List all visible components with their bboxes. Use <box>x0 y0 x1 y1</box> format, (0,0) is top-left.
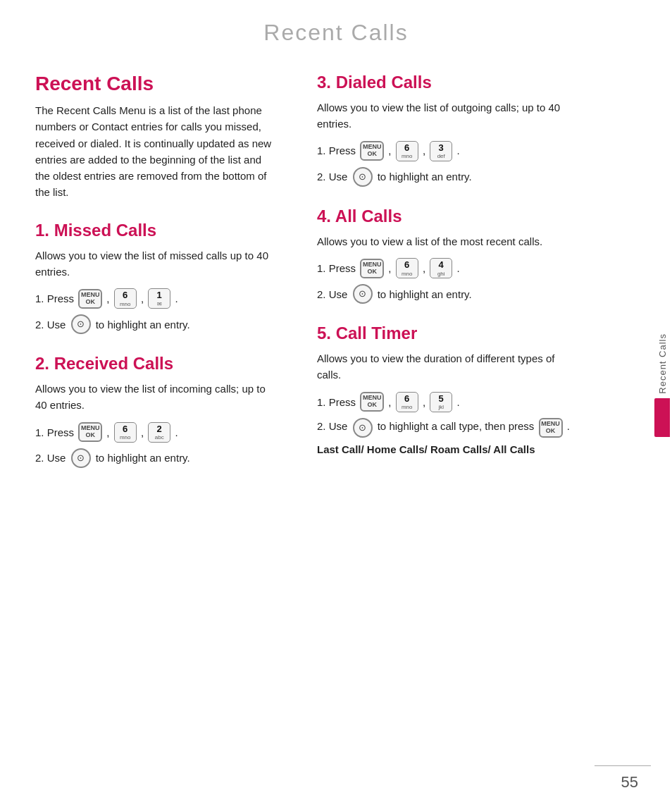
missed-calls-step2: 2. Use ⊙ to highlight an entry. <box>35 314 275 334</box>
key-3def-icon: 3def <box>430 141 452 161</box>
call-types-text: Last Call/ Home Calls/ Roam Calls/ All C… <box>317 443 535 455</box>
main-section: Recent Calls The Recent Calls Menu is a … <box>35 73 275 201</box>
page-title: Recent Calls <box>0 0 672 58</box>
step1-comma2: , <box>138 290 147 307</box>
key-6mno-icon: 6mno <box>114 288 137 309</box>
call-timer-step2: 2. Use ⊙ to highlight a call type, then … <box>317 418 578 438</box>
call-timer-body: Allows you to view the duration of diffe… <box>317 350 578 383</box>
main-section-body: The Recent Calls Menu is a list of the l… <box>35 102 275 201</box>
sidebar-tab: Recent Calls <box>652 296 672 437</box>
all-calls-title: 4. All Calls <box>317 207 578 226</box>
page-divider <box>595 765 651 766</box>
all-calls-step2: 2. Use ⊙ to highlight an entry. <box>317 284 578 304</box>
nav-btn-ct-icon: ⊙ <box>353 418 373 438</box>
step2-suffix-d: to highlight an entry. <box>378 168 472 185</box>
dialed-calls-step2: 2. Use ⊙ to highlight an entry. <box>317 167 578 187</box>
step1-prefix-a: 1. Press <box>317 260 356 276</box>
step2-suffix-r: to highlight an entry. <box>96 450 190 466</box>
menu-ok-btn-ct-icon: MENUOK <box>360 392 384 412</box>
step2-prefix-d: 2. Use <box>317 168 347 185</box>
comma2-a: , <box>420 260 429 276</box>
comma2-ct: , <box>420 394 429 410</box>
menu-ok-button-icon: MENUOK <box>78 289 102 309</box>
period-d: . <box>454 142 459 159</box>
missed-calls-title: 1. Missed Calls <box>35 221 275 240</box>
call-timer-title: 5. Call Timer <box>317 324 578 343</box>
missed-calls-body: Allows you to view the list of missed ca… <box>35 247 275 281</box>
received-calls-body: Allows you to view the list of incoming … <box>35 381 275 414</box>
key-5jkl-icon: 5jkl <box>430 392 452 412</box>
dialed-calls-title: 3. Dialed Calls <box>317 73 578 92</box>
dialed-calls-body: Allows you to view the list of outgoing … <box>317 99 578 133</box>
section-all-calls: 4. All Calls Allows you to view a list o… <box>317 207 578 304</box>
key-6mno-d-icon: 6mno <box>396 141 418 161</box>
nav-btn-a-icon: ⊙ <box>353 284 373 304</box>
nav-btn-d-icon: ⊙ <box>353 167 373 187</box>
step2-period-ct: . <box>564 418 570 434</box>
sidebar-tab-label: Recent Calls <box>657 333 668 394</box>
key-6mno-a-icon: 6mno <box>396 258 418 278</box>
section-missed-calls: 1. Missed Calls Allows you to view the l… <box>35 221 275 335</box>
sidebar-tab-bar <box>654 398 670 437</box>
left-column: Recent Calls The Recent Calls Menu is a … <box>0 58 296 502</box>
period-ct: . <box>454 394 459 410</box>
all-calls-step1: 1. Press MENUOK , 6mno , 4ghi . <box>317 258 578 278</box>
nav-button-icon: ⊙ <box>71 314 91 334</box>
comma1-ct: , <box>385 394 394 410</box>
step2-prefix-text: 2. Use <box>35 316 66 333</box>
step2-prefix-ct: 2. Use <box>317 418 347 434</box>
step1-period: . <box>172 290 178 307</box>
main-section-title: Recent Calls <box>35 73 275 95</box>
key-6mno-ct-icon: 6mno <box>396 392 418 412</box>
step1-prefix-text: 1. Press <box>35 290 74 307</box>
key-1-icon: 1✉ <box>148 288 170 309</box>
received-calls-title: 2. Received Calls <box>35 354 275 374</box>
received-calls-step1: 1. Press MENUOK , 6mno , 2abc . <box>35 422 275 443</box>
comma1-r: , <box>104 424 113 441</box>
menu-ok-btn-d-icon: MENUOK <box>360 141 384 161</box>
section-call-timer: 5. Call Timer Allows you to view the dur… <box>317 324 578 455</box>
section-dialed-calls: 3. Dialed Calls Allows you to view the l… <box>317 73 578 187</box>
comma1-d: , <box>385 142 394 159</box>
period-a: . <box>454 260 459 276</box>
nav-button-r-icon: ⊙ <box>71 448 91 468</box>
right-column: 3. Dialed Calls Allows you to view the l… <box>296 58 599 502</box>
step1-prefix-ct: 1. Press <box>317 394 356 410</box>
comma2-r: , <box>138 424 147 441</box>
dialed-calls-step1: 1. Press MENUOK , 6mno , 3def . <box>317 141 578 161</box>
step1-comma1: , <box>104 290 113 307</box>
key-2abc-icon: 2abc <box>148 422 170 443</box>
received-calls-step2: 2. Use ⊙ to highlight an entry. <box>35 448 275 468</box>
section-received-calls: 2. Received Calls Allows you to view the… <box>35 354 275 468</box>
step1-prefix-d: 1. Press <box>317 142 356 159</box>
menu-ok-btn-ct2-icon: MENUOK <box>539 418 563 438</box>
key-6mno-r-icon: 6mno <box>114 422 137 443</box>
call-timer-step1: 1. Press MENUOK , 6mno , 5jkl . <box>317 392 578 412</box>
comma2-d: , <box>420 142 429 159</box>
period-r: . <box>172 424 178 441</box>
step2-prefix-r: 2. Use <box>35 450 66 466</box>
key-4ghi-icon: 4ghi <box>430 258 452 278</box>
missed-calls-step1: 1. Press MENUOK , 6mno , 1✉ . <box>35 288 275 309</box>
step2-prefix-a: 2. Use <box>317 286 347 302</box>
step2-suffix-a: to highlight an entry. <box>378 286 472 302</box>
page-number: 55 <box>621 773 638 791</box>
step1-prefix-r: 1. Press <box>35 424 74 441</box>
comma1-a: , <box>385 260 394 276</box>
menu-ok-btn-a-icon: MENUOK <box>360 259 384 278</box>
call-timer-bold-text: Last Call/ Home Calls/ Roam Calls/ All C… <box>317 443 578 455</box>
step2-middle-ct: to highlight a call type, then press <box>378 418 535 434</box>
step2-suffix-text: to highlight an entry. <box>96 316 190 333</box>
menu-ok-button-icon-r: MENUOK <box>78 422 102 442</box>
all-calls-body: Allows you to view a list of the most re… <box>317 233 578 250</box>
